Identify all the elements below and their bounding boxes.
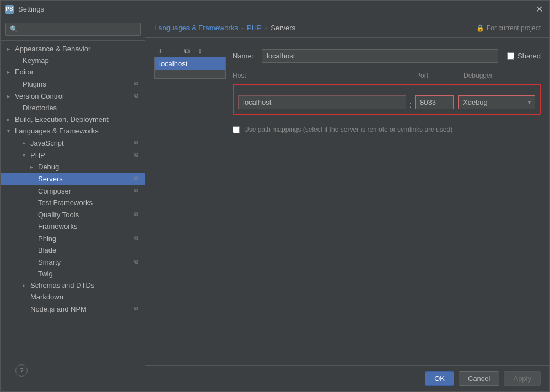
settings-window: PS Settings ✕ ▸ Appearance & Behavior Ke…	[0, 0, 550, 392]
name-label: Name:	[233, 52, 257, 60]
sidebar-item-label: Languages & Frameworks	[15, 127, 141, 135]
add-server-button[interactable]: +	[154, 45, 166, 57]
copy-server-button[interactable]: ⧉	[181, 45, 193, 57]
toolbar: + − ⧉ ↕	[154, 45, 226, 57]
breadcrumb-bar: Languages & Frameworks › PHP › Servers 🔒…	[145, 18, 549, 38]
sidebar-item-twig[interactable]: Twig	[1, 268, 145, 280]
move-server-button[interactable]: ↕	[194, 45, 206, 57]
ext-icon: ⧉	[132, 138, 141, 147]
server-panel: + − ⧉ ↕ localhost	[154, 45, 226, 138]
sidebar-item-version-control[interactable]: ▸ Version Control ⧉	[1, 90, 145, 102]
debugger-field-label: Debugger	[463, 72, 541, 79]
sidebar-item-label: Plugins	[23, 80, 132, 88]
sidebar-item-schemas-dtds[interactable]: ▸ Schemas and DTDs	[1, 280, 145, 291]
path-mapping-checkbox[interactable]	[233, 126, 240, 133]
ok-button[interactable]: OK	[425, 371, 454, 386]
sidebar-item-label: PHP	[30, 151, 132, 159]
breadcrumb-sep: ›	[265, 24, 267, 32]
sidebar-item-composer[interactable]: Composer ⧉	[1, 185, 145, 197]
hpd-labels: Host Port Debugger	[233, 72, 541, 82]
sidebar-item-label: Quality Tools	[38, 211, 132, 219]
sidebar-item-appearance-behavior[interactable]: ▸ Appearance & Behavior	[1, 43, 145, 55]
arrow-icon: ▸	[7, 116, 15, 122]
server-list: localhost	[154, 57, 226, 79]
sidebar-item-languages-frameworks[interactable]: ▾ Languages & Frameworks	[1, 125, 145, 137]
breadcrumb-sep: ›	[241, 24, 244, 32]
main-content: ▸ Appearance & Behavior Keymap ▸ Editor …	[1, 18, 549, 391]
right-panel: Languages & Frameworks › PHP › Servers 🔒…	[145, 18, 549, 391]
arrow-icon: ▸	[30, 164, 38, 170]
sidebar-item-label: Servers	[38, 175, 132, 183]
sidebar-item-smarty[interactable]: Smarty ⧉	[1, 256, 145, 268]
sidebar-item-build-execution[interactable]: ▸ Build, Execution, Deployment	[1, 114, 145, 125]
search-input[interactable]	[5, 23, 141, 36]
project-label: 🔒 For current project	[476, 24, 541, 32]
search-box	[1, 18, 145, 41]
shared-checkbox: Shared	[507, 52, 541, 60]
arrow-icon: ▸	[7, 46, 15, 52]
sidebar-item-javascript[interactable]: ▸ JavaScript ⧉	[1, 137, 145, 149]
help-button[interactable]: ?	[15, 364, 28, 377]
sidebar-item-label: Version Control	[15, 92, 132, 100]
sidebar-item-plugins[interactable]: Plugins ⧉	[1, 78, 145, 90]
ext-icon: ⧉	[132, 257, 141, 266]
sidebar-item-label: Twig	[38, 270, 141, 278]
sidebar-item-blade[interactable]: Blade	[1, 244, 145, 256]
breadcrumb-php[interactable]: PHP	[247, 24, 262, 32]
sidebar: ▸ Appearance & Behavior Keymap ▸ Editor …	[1, 18, 145, 391]
arrow-icon: ▸	[23, 140, 30, 146]
ext-icon: ⧉	[132, 79, 141, 88]
sidebar-item-label: JavaScript	[30, 139, 132, 147]
sidebar-item-label: Keymap	[23, 56, 141, 65]
ext-icon: ⧉	[132, 210, 141, 219]
sidebar-item-label: Smarty	[38, 258, 132, 266]
server-item-localhost[interactable]: localhost	[155, 57, 225, 70]
name-input[interactable]	[262, 49, 498, 63]
sidebar-item-directories[interactable]: Directories	[1, 102, 145, 114]
bottom-bar: OK Cancel Apply	[145, 365, 549, 391]
sidebar-item-test-frameworks[interactable]: Test Frameworks	[1, 197, 145, 208]
hpd-inputs-box: : Xdebug Zend Debugger	[233, 84, 541, 115]
sidebar-item-label: Frameworks	[38, 222, 141, 230]
sidebar-item-markdown[interactable]: Markdown	[1, 291, 145, 303]
arrow-icon: ▸	[7, 69, 15, 75]
arrow-icon: ▾	[7, 128, 15, 134]
debugger-section: Xdebug Zend Debugger	[458, 95, 535, 109]
ext-icon: ⧉	[132, 92, 141, 100]
sidebar-item-editor[interactable]: ▸ Editor	[1, 66, 145, 78]
arrow-icon: ▸	[7, 93, 15, 99]
port-input[interactable]	[415, 95, 454, 109]
close-button[interactable]: ✕	[533, 2, 545, 17]
sidebar-item-frameworks[interactable]: Frameworks	[1, 221, 145, 232]
host-field-label: Host	[233, 72, 404, 79]
sidebar-item-servers[interactable]: Servers ⧉	[1, 173, 145, 185]
shared-label: Shared	[517, 52, 541, 60]
host-input[interactable]	[238, 95, 406, 109]
apply-button[interactable]: Apply	[504, 371, 541, 386]
sidebar-item-label: Phing	[38, 234, 132, 243]
remove-server-button[interactable]: −	[168, 45, 180, 57]
sidebar-item-label: Schemas and DTDs	[30, 281, 141, 289]
sidebar-item-label: Blade	[38, 246, 141, 254]
sidebar-item-php[interactable]: ▾ PHP ⧉	[1, 149, 145, 161]
path-mapping-row: Use path mappings (select if the server …	[233, 126, 541, 133]
sidebar-item-nodejs-npm[interactable]: Node.js and NPM ⧉	[1, 303, 145, 315]
sidebar-item-label: Appearance & Behavior	[15, 45, 141, 53]
sidebar-item-debug[interactable]: ▸ Debug	[1, 161, 145, 173]
sidebar-item-quality-tools[interactable]: Quality Tools ⧉	[1, 208, 145, 221]
project-icon: 🔒	[476, 24, 484, 32]
sidebar-item-phing[interactable]: Phing ⧉	[1, 232, 145, 244]
breadcrumb-languages-frameworks[interactable]: Languages & Frameworks	[154, 24, 238, 32]
cancel-button[interactable]: Cancel	[459, 371, 499, 386]
sidebar-item-label: Node.js and NPM	[30, 305, 132, 313]
debugger-select-wrapper: Xdebug Zend Debugger	[458, 95, 535, 109]
title-bar: PS Settings ✕	[1, 1, 549, 18]
sidebar-item-keymap[interactable]: Keymap	[1, 55, 145, 66]
debugger-select[interactable]: Xdebug Zend Debugger	[458, 95, 535, 109]
settings-tree: ▸ Appearance & Behavior Keymap ▸ Editor …	[1, 41, 145, 391]
shared-checkbox-input[interactable]	[507, 52, 514, 60]
colon-separator: :	[406, 89, 415, 109]
ext-icon: ⧉	[132, 174, 141, 183]
sidebar-item-label: Composer	[38, 187, 132, 195]
hpd-section: Host Port Debugger :	[233, 72, 541, 120]
